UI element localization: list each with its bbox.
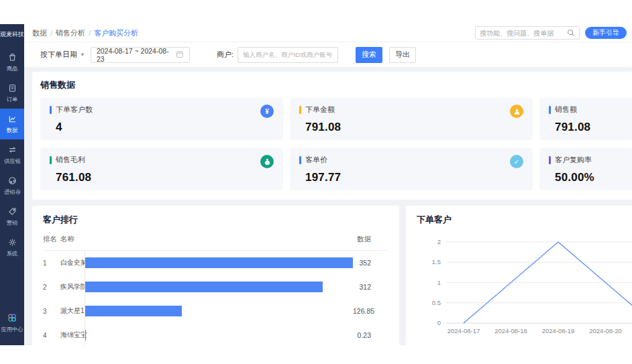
accent-bar [50, 106, 52, 114]
search-button[interactable]: 搜索 [356, 47, 382, 63]
sidebar-item-data[interactable]: 数据 [0, 109, 24, 139]
sidebar-item-system[interactable]: 系统 [0, 232, 24, 263]
yuan-icon: ¥ [260, 105, 274, 118]
main-area: 数据 / 销售分析 / 客户购买分析 新手引导 按下单日期 ▼ [24, 24, 632, 345]
supply-chain-icon [7, 145, 17, 155]
order-doc-icon [7, 83, 17, 93]
sidebar-item-orders[interactable]: 订单 [0, 78, 24, 109]
accent-bar [549, 156, 551, 164]
table-row: 2 疾风学院 312 [43, 275, 388, 299]
check-icon: ✓ [510, 155, 523, 168]
svg-text:0.5: 0.5 [432, 299, 441, 306]
system-gear-icon [7, 237, 17, 247]
svg-text:2024-08-19: 2024-08-19 [542, 327, 575, 335]
export-button[interactable]: 导出 [389, 47, 416, 63]
table-row: 3 派大星123 126.85 [43, 299, 388, 323]
svg-text:2024-08-17: 2024-08-17 [447, 327, 480, 335]
global-search-input[interactable] [480, 29, 567, 37]
sidebar-item-goods[interactable]: 商品 [0, 47, 24, 78]
stat-card-order-customers: 下单客户数 ¥ 4 [40, 98, 283, 140]
stat-value: 761.08 [56, 171, 274, 184]
order-customers-line-chart: 00.511.522024-08-172024-08-182024-08-192… [417, 229, 632, 344]
search-icon[interactable] [567, 29, 575, 37]
stat-value: 791.08 [555, 121, 632, 134]
breadcrumb-sales-analysis[interactable]: 销售分析 [56, 28, 85, 38]
order-customers-panel: 下单客户 00.511.522024-08-172024-08-182024-0… [406, 206, 632, 345]
ranking-table-header: 排名 名称 数据 [43, 235, 388, 251]
customer-ranking-title: 客户排行 [43, 214, 388, 226]
beginner-guide-button[interactable]: 新手引导 [585, 27, 627, 39]
stat-value: 197.77 [305, 171, 523, 184]
stat-card-gross-profit: 销售毛利 761.08 [40, 148, 283, 190]
svg-text:0: 0 [437, 319, 441, 326]
sidebar-item-supply-chain[interactable]: 供应链 [0, 139, 24, 170]
svg-text:2024-08-18: 2024-08-18 [494, 327, 527, 335]
sidebar-item-inventory[interactable]: 进销存 [0, 170, 24, 201]
sales-data-title: 销售数据 [40, 79, 632, 91]
stat-card-avg-order-value: 客单价 ✓ 197.77 [290, 148, 533, 190]
sidebar: 观麦科技 商品 订单 数据 供应链 [0, 24, 24, 345]
sidebar-item-marketing[interactable]: 营销 [0, 201, 24, 232]
merchant-search-input[interactable] [238, 47, 338, 63]
data-chart-icon [7, 114, 17, 124]
date-type-dropdown[interactable]: 按下单日期 ▼ [40, 50, 85, 60]
svg-text:2: 2 [437, 238, 441, 245]
svg-text:1: 1 [437, 279, 441, 286]
filter-bar: 按下单日期 ▼ 2024-08-17 ~ 2024-08-23 商户: 搜索 导… [24, 42, 632, 67]
stat-value: 4 [56, 121, 274, 134]
date-range-picker[interactable]: 2024-08-17 ~ 2024-08-23 [91, 47, 190, 63]
chevron-down-icon: ▼ [80, 52, 85, 58]
accent-bar [50, 156, 52, 164]
inventory-icon [7, 176, 17, 186]
goods-bag-icon [7, 52, 17, 62]
global-search-box[interactable] [475, 26, 580, 40]
breadcrumb-data[interactable]: 数据 [32, 28, 47, 38]
svg-text:1.5: 1.5 [432, 258, 441, 265]
svg-text:2024-08-20: 2024-08-20 [589, 327, 622, 335]
order-customers-title: 下单客户 [417, 214, 632, 226]
breadcrumb-separator: / [50, 29, 52, 37]
app-window: 观麦科技 商品 订单 数据 供应链 [0, 24, 632, 345]
breadcrumb-separator: / [89, 29, 91, 37]
stat-value: 791.08 [305, 121, 523, 134]
accent-bar [549, 106, 551, 114]
topbar: 数据 / 销售分析 / 客户购买分析 新手引导 [24, 24, 632, 42]
content-area: 销售数据 下单客户数 ¥ 4 下单金额 791.08 [24, 67, 632, 345]
ranking-bar [85, 257, 353, 268]
stat-card-order-amount: 下单金额 791.08 [290, 98, 533, 140]
user-icon [510, 105, 523, 118]
stat-value: 50.00% [555, 171, 632, 184]
stat-card-repurchase-rate: 客户复购率 50.00% [539, 148, 632, 190]
calendar-icon [176, 50, 184, 60]
merchant-label: 商户: [217, 50, 233, 60]
sales-data-panel: 销售数据 下单客户数 ¥ 4 下单金额 791.08 [32, 72, 632, 200]
ranking-bar [85, 306, 182, 316]
accent-bar [299, 106, 301, 114]
table-row: 1 白金史莱克 352 [43, 251, 388, 275]
breadcrumb-customer-purchase-analysis: 客户购买分析 [94, 28, 138, 38]
sidebar-item-app-center[interactable]: 应用中心 [0, 307, 24, 339]
app-logo: 观麦科技 [0, 24, 25, 47]
accent-bar [299, 156, 301, 164]
ranking-bar [85, 282, 323, 292]
stat-cards: 下单客户数 ¥ 4 下单金额 791.08 销售额 791.08 [40, 98, 632, 190]
table-row: 4 海绵宝宝 0.23 [43, 323, 388, 345]
breadcrumb: 数据 / 销售分析 / 客户购买分析 [32, 28, 138, 38]
app-center-icon [7, 312, 17, 323]
customer-ranking-panel: 客户排行 排名 名称 数据 1 白金史莱克 352 2 [32, 206, 399, 345]
money-bag-icon [260, 155, 274, 168]
marketing-tag-icon [7, 206, 17, 217]
stat-card-sales-amount: 销售额 791.08 [539, 98, 632, 140]
